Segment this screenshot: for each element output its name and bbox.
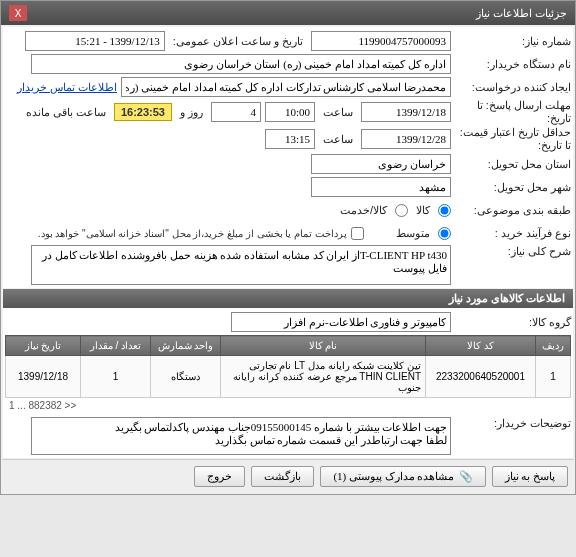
items-table: ردیف کد کالا نام کالا واحد شمارش تعداد /…	[5, 335, 571, 398]
row-group: طبقه بندی موضوعی: کالا کالا/خدمت	[5, 199, 571, 221]
item-group-label: گروه کالا:	[451, 316, 571, 329]
reqno-field[interactable]	[311, 31, 451, 51]
col-code: کد کالا	[426, 336, 536, 356]
row-buyer: نام دستگاه خریدار:	[5, 53, 571, 75]
cell-row: 1	[536, 356, 571, 398]
row-deadline: مهلت ارسال پاسخ: تا تاریخ: ساعت روز و 16…	[5, 99, 571, 125]
reqno-label: شماره نیاز:	[451, 35, 571, 48]
group-label: طبقه بندی موضوعی:	[451, 204, 571, 217]
row-item-group: گروه کالا:	[5, 311, 571, 333]
process-note: پرداخت تمام یا بخشی از مبلغ خرید،از محل …	[38, 228, 347, 239]
deliv-prov-label: استان محل تحویل:	[451, 158, 571, 171]
process-opt1-label: متوسط	[392, 227, 434, 240]
buyer-field[interactable]	[31, 54, 451, 74]
exit-button[interactable]: خروج	[194, 466, 245, 487]
pubdate-field[interactable]	[25, 31, 165, 51]
group-opt1-label: کالا	[412, 204, 434, 217]
content: شماره نیاز: تاریخ و ساعت اعلان عمومی: نا…	[1, 25, 575, 494]
deliv-prov-field[interactable]	[311, 154, 451, 174]
creator-field[interactable]	[121, 77, 451, 97]
cell-date: 1399/12/18	[6, 356, 81, 398]
col-date: تاریخ نیاز	[6, 336, 81, 356]
row-process: نوع فرآیند خرید : متوسط پرداخت تمام یا ب…	[5, 222, 571, 244]
attachments-button[interactable]: 📎 مشاهده مدارک پیوستی (1)	[320, 466, 485, 487]
process-radio-medium[interactable]	[438, 227, 451, 240]
footer: پاسخ به نیاز 📎 مشاهده مدارک پیوستی (1) ب…	[2, 459, 574, 493]
titlebar: جزئیات اطلاعات نیاز X	[1, 1, 575, 25]
table-header-row: ردیف کد کالا نام کالا واحد شمارش تعداد /…	[6, 336, 571, 356]
window: جزئیات اطلاعات نیاز X شماره نیاز: تاریخ …	[0, 0, 576, 495]
desc-field[interactable]: T-CLIENT HP t430از ایران کد مشابه استفاد…	[31, 245, 451, 285]
price-valid-date-field[interactable]	[361, 129, 451, 149]
process-label: نوع فرآیند خرید :	[451, 227, 571, 240]
deadline-date-field[interactable]	[361, 102, 451, 122]
items-header: اطلاعات کالاهای مورد نیاز	[3, 289, 573, 308]
deliv-city-label: شهر محل تحویل:	[451, 181, 571, 194]
buyer-notes-field[interactable]: جهت اطلاعات بیشتر با شماره 09155000145جن…	[31, 417, 451, 455]
days-remain-field[interactable]	[211, 102, 261, 122]
desc-label: شرح کلی نیاز:	[451, 245, 571, 258]
row-reqno: شماره نیاز: تاریخ و ساعت اعلان عمومی:	[5, 30, 571, 52]
main-section: شماره نیاز: تاریخ و ساعت اعلان عمومی: نا…	[3, 27, 573, 288]
col-row: ردیف	[536, 336, 571, 356]
back-button[interactable]: بازگشت	[251, 466, 314, 487]
row-desc: شرح کلی نیاز: T-CLIENT HP t430از ایران ک…	[5, 245, 571, 285]
group-radio-goods[interactable]	[438, 204, 451, 217]
table-row[interactable]: 1 2233200640520001 تین کلاینت شبکه رایان…	[6, 356, 571, 398]
form: شماره نیاز: تاریخ و ساعت اعلان عمومی: نا…	[3, 27, 573, 288]
pager[interactable]: 1 ... 882382 >>	[5, 398, 571, 413]
cell-unit: دستگاه	[151, 356, 221, 398]
time-label-2: ساعت	[319, 133, 357, 146]
buyer-label: نام دستگاه خریدار:	[451, 58, 571, 71]
remain-label: ساعت باقی مانده	[22, 106, 110, 119]
reply-button[interactable]: پاسخ به نیاز	[492, 466, 569, 487]
deadline-label: مهلت ارسال پاسخ: تا تاریخ:	[451, 99, 571, 125]
price-valid-label: حداقل تاریخ اعتبار قیمت: تا تاریخ:	[451, 126, 571, 152]
countdown-timer: 16:23:53	[114, 103, 172, 121]
row-price-valid: حداقل تاریخ اعتبار قیمت: تا تاریخ: ساعت	[5, 126, 571, 152]
close-icon[interactable]: X	[9, 5, 27, 21]
cell-code: 2233200640520001	[426, 356, 536, 398]
item-group-field[interactable]	[231, 312, 451, 332]
col-qty: تعداد / مقدار	[81, 336, 151, 356]
contact-link[interactable]: اطلاعات تماس خریدار	[17, 81, 117, 94]
row-deliv-city: شهر محل تحویل:	[5, 176, 571, 198]
row-deliv-prov: استان محل تحویل:	[5, 153, 571, 175]
row-buyer-notes: توضیحات خریدار: جهت اطلاعات بیشتر با شما…	[5, 417, 571, 455]
items-section: اطلاعات کالاهای مورد نیاز گروه کالا: ردی…	[3, 289, 573, 458]
group-radio-goods-service[interactable]	[395, 204, 408, 217]
row-creator: ایجاد کننده درخواست: اطلاعات تماس خریدار	[5, 76, 571, 98]
pubdate-label: تاریخ و ساعت اعلان عمومی:	[169, 35, 307, 48]
days-label: روز و	[176, 106, 207, 119]
paperclip-icon: 📎	[459, 470, 473, 483]
time-label-1: ساعت	[319, 106, 357, 119]
col-unit: واحد شمارش	[151, 336, 221, 356]
attachments-label: مشاهده مدارک پیوستی (1)	[333, 470, 454, 483]
price-valid-time-field[interactable]	[265, 129, 315, 149]
col-name: نام کالا	[221, 336, 426, 356]
buyer-notes-label: توضیحات خریدار:	[451, 417, 571, 430]
cell-qty: 1	[81, 356, 151, 398]
creator-label: ایجاد کننده درخواست:	[451, 81, 571, 94]
deadline-time-field[interactable]	[265, 102, 315, 122]
deliv-city-field[interactable]	[311, 177, 451, 197]
treasury-checkbox[interactable]	[351, 227, 364, 240]
group-opt2-label: کالا/خدمت	[336, 204, 391, 217]
cell-name: تین کلاینت شبکه رایانه مدل LT نام تجارتی…	[221, 356, 426, 398]
window-title: جزئیات اطلاعات نیاز	[476, 7, 567, 20]
